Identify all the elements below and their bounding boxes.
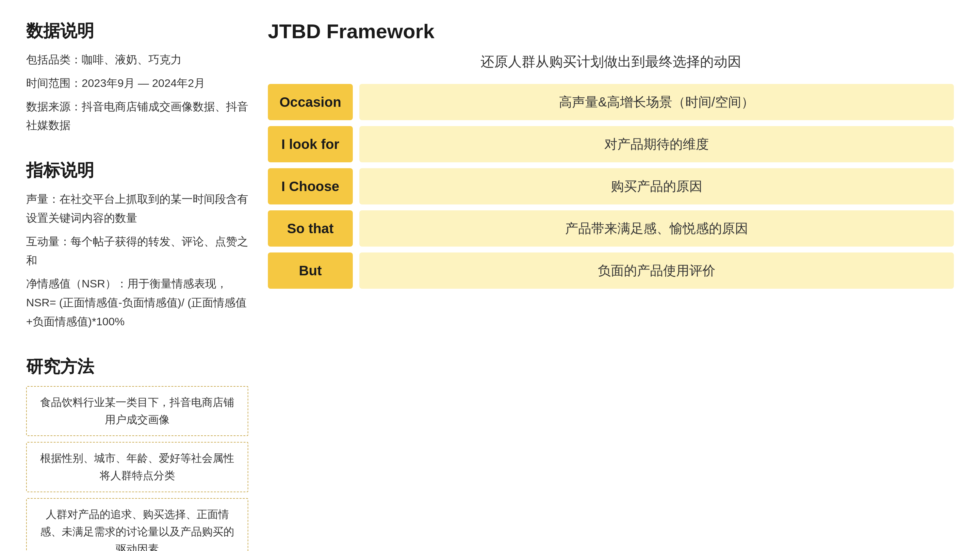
metrics-line-3: 净情感值（NSR）：用于衡量情感表现，NSR= (正面情感值-负面情感值)/ (… xyxy=(26,274,248,331)
method-box-3: 人群对产品的追求、购买选择、正面情感、未满足需求的讨论量以及产品购买的驱动因素 xyxy=(26,498,248,551)
jtbd-label-1: I look for xyxy=(268,126,353,162)
framework-subtitle: 还原人群从购买计划做出到最终选择的动因 xyxy=(268,52,954,71)
metrics-section-title: 指标说明 xyxy=(26,159,248,182)
data-section-content: 包括品类：咖啡、液奶、巧克力 时间范围：2023年9月 — 2024年2月 数据… xyxy=(26,50,248,135)
jtbd-value-2: 购买产品的原因 xyxy=(360,168,954,205)
right-panel: JTBD Framework 还原人群从购买计划做出到最终选择的动因 Occas… xyxy=(268,20,954,551)
jtbd-row-4: But 负面的产品使用评价 xyxy=(268,252,954,289)
jtbd-value-3: 产品带来满足感、愉悦感的原因 xyxy=(360,210,954,246)
jtbd-row-3: So that 产品带来满足感、愉悦感的原因 xyxy=(268,210,954,246)
main-content: 数据说明 包括品类：咖啡、液奶、巧克力 时间范围：2023年9月 — 2024年… xyxy=(26,20,954,551)
method-section-title: 研究方法 xyxy=(26,356,248,378)
jtbd-value-1: 对产品期待的维度 xyxy=(360,126,954,162)
method-box-2: 根据性别、城市、年龄、爱好等社会属性将人群特点分类 xyxy=(26,442,248,492)
data-line-2: 时间范围：2023年9月 — 2024年2月 xyxy=(26,74,248,93)
metrics-line-1: 声量：在社交平台上抓取到的某一时间段含有设置关键词内容的数量 xyxy=(26,190,248,228)
jtbd-label-3: So that xyxy=(268,210,353,246)
data-section-title: 数据说明 xyxy=(26,20,248,43)
page: 数据说明 包括品类：咖啡、液奶、巧克力 时间范围：2023年9月 — 2024年… xyxy=(0,0,980,551)
left-panel: 数据说明 包括品类：咖啡、液奶、巧克力 时间范围：2023年9月 — 2024年… xyxy=(26,20,248,551)
method-box-1: 食品饮料行业某一类目下，抖音电商店铺用户成交画像 xyxy=(26,386,248,437)
jtbd-row-1: I look for 对产品期待的维度 xyxy=(268,126,954,162)
jtbd-value-4: 负面的产品使用评价 xyxy=(360,252,954,289)
metrics-line-2: 互动量：每个帖子获得的转发、评论、点赞之和 xyxy=(26,232,248,270)
data-line-1: 包括品类：咖啡、液奶、巧克力 xyxy=(26,50,248,69)
framework-title: JTBD Framework xyxy=(268,20,954,43)
method-section: 研究方法 食品饮料行业某一类目下，抖音电商店铺用户成交画像 根据性别、城市、年龄… xyxy=(26,356,248,551)
jtbd-label-4: But xyxy=(268,252,353,289)
metrics-section: 指标说明 声量：在社交平台上抓取到的某一时间段含有设置关键词内容的数量 互动量：… xyxy=(26,159,248,336)
data-section: 数据说明 包括品类：咖啡、液奶、巧克力 时间范围：2023年9月 — 2024年… xyxy=(26,20,248,140)
jtbd-row-0: Occasion 高声量&高增长场景（时间/空间） xyxy=(268,84,954,120)
jtbd-label-2: I Choose xyxy=(268,168,353,205)
data-line-3: 数据来源：抖音电商店铺成交画像数据、抖音社媒数据 xyxy=(26,97,248,135)
jtbd-table: Occasion 高声量&高增长场景（时间/空间） I look for 对产品… xyxy=(268,84,954,551)
jtbd-row-2: I Choose 购买产品的原因 xyxy=(268,168,954,205)
metrics-section-content: 声量：在社交平台上抓取到的某一时间段含有设置关键词内容的数量 互动量：每个帖子获… xyxy=(26,190,248,331)
jtbd-label-0: Occasion xyxy=(268,84,353,120)
jtbd-value-0: 高声量&高增长场景（时间/空间） xyxy=(360,84,954,120)
